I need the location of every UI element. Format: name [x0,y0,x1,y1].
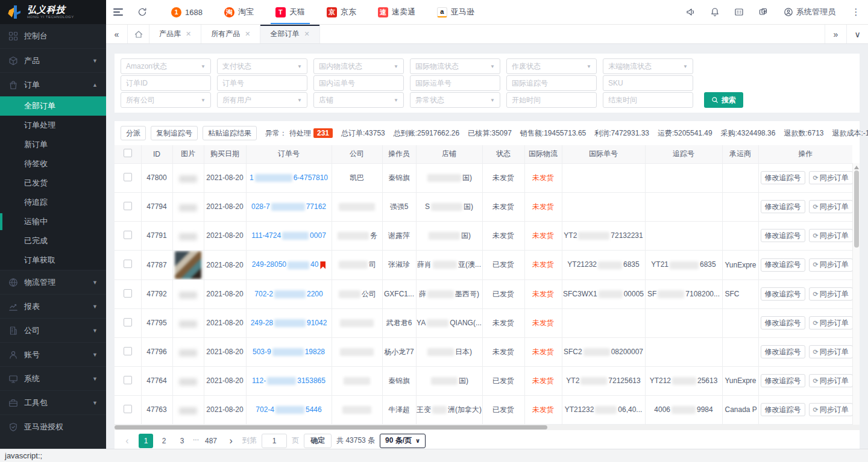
sidebar-subitem-已完成[interactable]: 已完成 [0,231,106,251]
sync-order-button[interactable]: ⟳同步订单 [809,374,853,387]
edit-tracking-button[interactable]: 修改追踪号 [761,287,805,301]
sync-order-button[interactable]: ⟳同步订单 [809,287,853,301]
sidebar-item-产品[interactable]: 产品▼ [0,48,106,72]
filter-input-SKU[interactable]: SKU [603,75,693,91]
filter-input-开始时间[interactable]: 开始时间 [506,92,597,108]
row-checkbox[interactable] [124,173,132,181]
tab-close-icon[interactable]: ✕ [245,30,250,38]
platform-tab-1688[interactable]: 11688 [160,0,213,24]
sidebar-item-工具包[interactable]: 工具包▼ [0,390,106,414]
sync-order-button[interactable]: ⟳同步订单 [809,345,853,358]
sidebar-item-控制台[interactable]: 控制台 [0,24,106,48]
platform-tab-天猫[interactable]: T天猫 [265,0,316,24]
sidebar-subitem-订单处理[interactable]: 订单处理 [0,116,106,135]
filter-select-国内物流状态[interactable]: 国内物流状态▼ [313,58,404,74]
sidebar-subitem-全部订单[interactable]: 全部订单 [0,96,106,116]
horizontal-scrollbar[interactable] [115,425,860,430]
sidebar-collapse-icon[interactable] [106,0,130,24]
row-checkbox[interactable] [124,289,132,298]
switch-account-icon[interactable] [751,0,775,24]
speaker-icon[interactable] [679,0,703,24]
sync-order-button[interactable]: ⟳同步订单 [809,403,853,416]
sidebar-item-物流管理[interactable]: 物流管理▼ [0,270,106,294]
sidebar-item-系统[interactable]: 系统▼ [0,366,106,390]
page-number-2[interactable]: 2 [157,434,171,448]
page-number-487[interactable]: 487 [203,434,219,448]
page-size-select[interactable]: 90 条/页 ∨ [380,434,426,448]
sidebar-subitem-待签收[interactable]: 待签收 [0,154,106,173]
filter-select-Amazon状态[interactable]: Amazon状态▼ [121,58,211,74]
tab-所有产品[interactable]: 所有产品✕ [201,25,260,43]
edit-tracking-button[interactable]: 修改追踪号 [761,171,805,184]
edit-tracking-button[interactable]: 修改追踪号 [761,374,805,387]
order-number-link[interactable]: 112-3153865 [252,376,326,385]
order-number-link[interactable]: 503-919828 [253,348,325,356]
next-page-icon[interactable]: › [224,435,237,446]
select-all-checkbox[interactable] [124,149,132,157]
refresh-icon[interactable] [130,0,154,24]
row-checkbox[interactable] [124,260,132,268]
sync-order-button[interactable]: ⟳同步订单 [809,316,853,329]
filter-select-所有用户[interactable]: 所有用户▼ [217,92,307,108]
filter-select-异常状态[interactable]: 异常状态▼ [410,92,500,108]
order-number-link[interactable]: 249-2805040 [252,260,319,269]
filter-select-所有公司[interactable]: 所有公司▼ [121,92,211,108]
toolbar-button-复制追踪号[interactable]: 复制追踪号 [151,126,198,140]
tab-全部订单[interactable]: 全部订单✕ [260,25,319,43]
filter-select-末端物流状态[interactable]: 末端物流状态▼ [603,58,693,74]
more-icon[interactable]: ⋮ [844,0,868,24]
edit-tracking-button[interactable]: 修改追踪号 [761,229,805,242]
sidebar-subitem-已发货[interactable]: 已发货 [0,173,106,193]
order-number-link[interactable]: 111-47240007 [251,231,326,240]
row-checkbox[interactable] [124,231,132,239]
sidebar-subitem-新订单[interactable]: 新订单 [0,135,106,154]
sidebar-subitem-运输中[interactable]: 运输中 [0,212,106,231]
bell-icon[interactable] [703,0,727,24]
search-button[interactable]: 搜索 [704,92,743,108]
order-number-link[interactable]: 702-45446 [256,405,321,414]
jump-page-input[interactable] [262,434,287,448]
sync-order-button[interactable]: ⟳同步订单 [809,171,853,184]
row-checkbox[interactable] [124,202,132,210]
filter-select-作废状态[interactable]: 作废状态▼ [506,58,597,74]
edit-tracking-button[interactable]: 修改追踪号 [761,403,805,416]
filter-input-订单号[interactable]: 订单号 [217,75,307,91]
toolbar-button-分派[interactable]: 分派 [121,126,146,140]
filter-select-店铺[interactable]: 店铺▼ [313,92,404,108]
tabs-scroll-right-icon[interactable]: » [825,25,846,43]
platform-tab-京东[interactable]: 京京东 [316,0,367,24]
sidebar-subitem-订单获取[interactable]: 订单获取 [0,251,106,270]
toolbar-button-粘贴追踪结果[interactable]: 粘贴追踪结果 [203,126,257,140]
sidebar-item-账号[interactable]: 账号▼ [0,342,106,366]
page-number-1[interactable]: 1 [139,434,153,448]
sync-order-button[interactable]: ⟳同步订单 [809,229,853,242]
sync-order-button[interactable]: ⟳同步订单 [809,258,853,272]
sidebar-subitem-待追踪[interactable]: 待追踪 [0,193,106,212]
sidebar-item-亚马逊授权[interactable]: 亚马逊授权 [0,414,106,439]
filter-input-国内运单号[interactable]: 国内运单号 [313,75,404,91]
tabs-scroll-left-icon[interactable]: « [106,25,128,43]
order-number-link[interactable]: 249-2891042 [251,319,327,327]
row-checkbox[interactable] [124,405,132,413]
row-checkbox[interactable] [124,347,132,355]
sync-order-button[interactable]: ⟳同步订单 [809,200,853,213]
row-checkbox[interactable] [124,318,132,326]
prev-page-icon[interactable]: ‹ [121,435,134,446]
tab-产品库[interactable]: 产品库✕ [149,25,201,43]
filter-input-结束时间[interactable]: 结束时间 [603,92,693,108]
home-tab-icon[interactable] [128,25,149,43]
row-checkbox[interactable] [124,376,132,384]
filter-input-国际运单号[interactable]: 国际运单号 [410,75,500,91]
sidebar-item-报表[interactable]: 报表▼ [0,294,106,318]
tabs-menu-icon[interactable]: ∨ [846,25,868,43]
user-menu[interactable]: 系统管理员 [775,7,844,17]
edit-tracking-button[interactable]: 修改追踪号 [761,200,805,213]
filter-input-国际追踪号[interactable]: 国际追踪号 [506,75,597,91]
sidebar-item-订单[interactable]: 订单▲ [0,72,106,96]
page-number-3[interactable]: 3 [175,434,189,448]
tab-close-icon[interactable]: ✕ [186,30,191,38]
edit-tracking-button[interactable]: 修改追踪号 [761,258,805,272]
order-number-link[interactable]: 702-22200 [254,290,322,298]
order-number-link[interactable]: 16-4757810 [250,173,328,182]
vertical-scrollbar[interactable] [852,163,860,425]
